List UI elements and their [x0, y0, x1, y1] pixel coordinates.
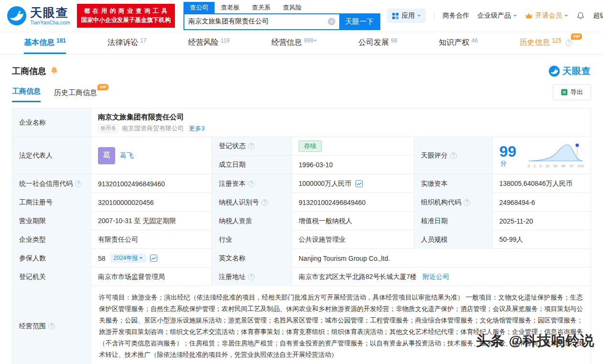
subscribe-bell-icon[interactable] [50, 66, 58, 76]
logo-title: 天眼查 [30, 7, 70, 19]
chevron-down-icon [140, 257, 142, 260]
clear-icon[interactable]: × [328, 18, 335, 25]
tab-operation-risk[interactable]: 经营风险 119 [188, 32, 230, 54]
vip-badge: VIP [571, 33, 582, 40]
nav-apps-label: 应用 [401, 11, 415, 20]
help-icon[interactable]: ? [248, 274, 255, 280]
chevron-down-icon [564, 15, 568, 19]
capital-trend-icon[interactable] [355, 180, 363, 187]
field-label-org-code: 组织机构代码? [414, 193, 493, 212]
field-label-insured-count: 参保人数 [12, 249, 91, 268]
tab-company-development[interactable]: 公司发展 98 [358, 32, 397, 54]
search-tab-company[interactable]: 查公司 [183, 2, 215, 13]
subtab-business-info[interactable]: 工商信息 [12, 87, 41, 102]
score-chart-ticks: 01315508597100 [528, 164, 584, 168]
search-tab-relation[interactable]: 查关系 [246, 2, 277, 13]
help-icon[interactable]: ? [450, 152, 457, 159]
nearby-companies-link[interactable]: 附近公司 [422, 273, 449, 281]
tab-label: 公司发展 [358, 38, 389, 48]
tianyancha-bird-icon [7, 6, 27, 26]
field-label-reg-address: 注册地址? [212, 268, 292, 286]
help-icon[interactable]: ? [261, 199, 268, 206]
export-label: 导出 [571, 88, 583, 96]
table-row: 登记机关 南京市市场监督管理局 注册地址? 南京市玄武区太平北路82号长城大厦7… [12, 268, 591, 286]
tab-count: 98 [391, 37, 397, 44]
field-value-taxpayer-id: 913201002496849460 [292, 193, 414, 212]
help-icon[interactable]: ? [248, 181, 255, 187]
bell-icon [576, 11, 585, 20]
former-name-row: 曾用名 南京国资商贸有限公司 更多3 [98, 124, 205, 133]
notification-bell[interactable] [576, 11, 585, 20]
insured-trend-icon[interactable] [150, 255, 157, 262]
table-subrow: 成立日期 1996-03-10 [212, 156, 414, 174]
field-label-approval-date: 核准日期 [414, 212, 493, 230]
subtab-label: 历史工商信息 [54, 88, 97, 96]
field-label-credit-code: 统一社会信用代码? [12, 174, 91, 193]
excel-export-icon [561, 89, 568, 96]
section-head: 工商信息 天眼查 [12, 65, 591, 77]
search-input[interactable] [184, 18, 328, 25]
help-icon[interactable]: ? [463, 199, 470, 206]
field-value-score: 99分 01315508597100 [493, 137, 591, 174]
field-value-establish-date: 1996-03-10 [292, 156, 414, 174]
field-value-business-scope: 许可项目：旅游业务；演出经纪（依法须经批准的项目，经相关部门批准后方可开展经营活… [91, 286, 591, 364]
score-value: 99 [499, 143, 517, 160]
tab-intellectual-property[interactable]: 知识产权 46 [439, 32, 477, 54]
field-value-reg-number: 320100000020456 [91, 193, 212, 212]
nav-apps[interactable]: 应用 [387, 9, 426, 23]
nav-super-risk[interactable]: 超级风... [593, 11, 603, 20]
annual-report-badge[interactable]: 2024年报 [110, 254, 147, 263]
tab-label: 历史信息 [519, 38, 550, 48]
export-button[interactable]: 导出 [553, 84, 591, 100]
field-label-reg-number: 工商注册号 [12, 193, 91, 212]
tianyancha-logo[interactable]: 天眼查 TianYanCha.com [7, 6, 70, 26]
nav-super-risk-label: 超级风... [593, 11, 603, 20]
company-nav-tabs: 基本信息 181 法律诉讼 17 经营风险 119 经营信息 999+ 公司发展… [0, 32, 603, 54]
help-icon[interactable]: ? [48, 323, 55, 330]
tab-basic-info[interactable]: 基本信息 181 [24, 32, 66, 54]
field-label-taxpayer-quality: 纳税人资质 [212, 212, 292, 230]
table-subrow: 登记状态? 存续 [212, 137, 414, 156]
nav-open-vip[interactable]: 开通会员 [525, 11, 568, 20]
tab-count: 119 [221, 37, 230, 44]
legal-rep-name-link[interactable]: 葛飞 [120, 151, 133, 160]
field-label-legal-rep: 法定代表人 [12, 137, 91, 174]
subtab-history-business-info[interactable]: 历史工商信息 VIP [54, 88, 97, 102]
tab-operation-info[interactable]: 经营信息 999+ [271, 32, 317, 54]
top-nav: 应用 商务合作 企业级产品 开通会员 超级风... [387, 9, 603, 23]
field-label-company-name: 企业名称 [12, 108, 91, 137]
tab-history-info[interactable]: VIP 历史信息 125 ? [519, 32, 579, 54]
nav-open-vip-label: 开通会员 [535, 11, 562, 20]
brand-watermark-logo: 天眼查 [549, 65, 591, 77]
former-name: 南京国资商贸有限公司 [122, 124, 184, 133]
tab-legal-litigation[interactable]: 法律诉讼 17 [108, 32, 146, 54]
more-former-names-link[interactable]: 更多3 [189, 124, 205, 133]
search-tab-boss[interactable]: 查老板 [215, 2, 246, 13]
field-value-paid-capital: 138005.640846万人民币 [493, 174, 591, 193]
table-row: 企业名称 南京文旅集团有限责任公司 曾用名 南京国资商贸有限公司 更多3 [12, 108, 591, 137]
search-tab-risk[interactable]: 查风险 [277, 2, 308, 13]
help-icon[interactable]: ? [248, 143, 255, 150]
nav-cooperation[interactable]: 商务合作 [442, 11, 469, 20]
nav-enterprise[interactable]: 企业级产品 [477, 11, 517, 20]
help-icon[interactable]: ? [75, 181, 82, 187]
nav-cooperation-label: 商务合作 [442, 11, 469, 20]
help-icon[interactable]: ? [566, 40, 572, 46]
field-value-reg-address: 南京市玄武区太平北路82号长城大厦7楼 附近公司 [292, 268, 591, 286]
tianyancha-bird-icon [549, 65, 560, 77]
table-row: 企业类型 有限责任公司 行业 公共设施管理业 人员规模 50-99人 [12, 230, 591, 249]
legal-rep-avatar[interactable]: 葛 [98, 147, 115, 164]
former-name-tag: 曾用名 [98, 124, 118, 132]
field-value-business-term: 2007-10-31 至 无固定期限 [91, 212, 212, 230]
slogan-banner: 都 在 用 的 商 业 查 询 工 具 国家中小企业发展子基金旗下机构 [77, 4, 175, 28]
nav-enterprise-label: 企业级产品 [477, 11, 511, 20]
status-date-grid: 登记状态? 存续 成立日期 1996-03-10 [212, 137, 414, 174]
company-name: 南京文旅集团有限责任公司 [98, 113, 184, 122]
top-header: 天眼查 TianYanCha.com 都 在 用 的 商 业 查 询 工 具 国… [0, 0, 603, 32]
slogan-line1: 都 在 用 的 商 业 查 询 工 具 [81, 7, 171, 16]
business-info-table: 企业名称 南京文旅集团有限责任公司 曾用名 南京国资商贸有限公司 更多3 法定代… [12, 108, 591, 364]
search-button[interactable]: 天眼一下 [339, 14, 379, 29]
field-label-industry: 行业 [212, 230, 292, 249]
field-label-business-scope: 经营范围? [12, 286, 91, 364]
field-value-company-name: 南京文旅集团有限责任公司 曾用名 南京国资商贸有限公司 更多3 [91, 108, 591, 137]
